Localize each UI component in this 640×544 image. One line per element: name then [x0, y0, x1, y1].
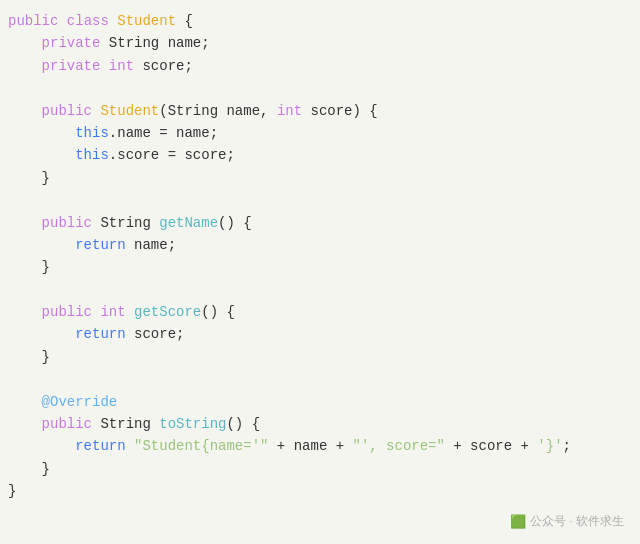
code-line-13 [8, 279, 632, 301]
code-line-11: return name; [8, 234, 632, 256]
code-line-15: return score; [8, 323, 632, 345]
code-viewer: public class Student { private String na… [0, 0, 640, 544]
watermark: 🟩 公众号 · 软件求生 [510, 513, 624, 530]
code-line-1: public class Student { [8, 10, 632, 32]
code-line-5: public Student(String name, int score) { [8, 100, 632, 122]
wx-icon: 🟩 [510, 514, 526, 529]
code-line-8: } [8, 167, 632, 189]
code-line-18: @Override [8, 391, 632, 413]
code-line-2: private String name; [8, 32, 632, 54]
code-line-20: return "Student{name='" + name + "', sco… [8, 435, 632, 457]
code-line-12: } [8, 256, 632, 278]
code-line-14: public int getScore() { [8, 301, 632, 323]
code-line-9 [8, 189, 632, 211]
code-line-22: } [8, 480, 632, 502]
watermark-text: 公众号 · 软件求生 [530, 513, 624, 530]
code-line-16: } [8, 346, 632, 368]
code-line-17 [8, 368, 632, 390]
code-line-7: this.score = score; [8, 144, 632, 166]
code-line-3: private int score; [8, 55, 632, 77]
code-line-6: this.name = name; [8, 122, 632, 144]
code-line-4 [8, 77, 632, 99]
code-line-10: public String getName() { [8, 212, 632, 234]
code-line-19: public String toString() { [8, 413, 632, 435]
code-line-21: } [8, 458, 632, 480]
